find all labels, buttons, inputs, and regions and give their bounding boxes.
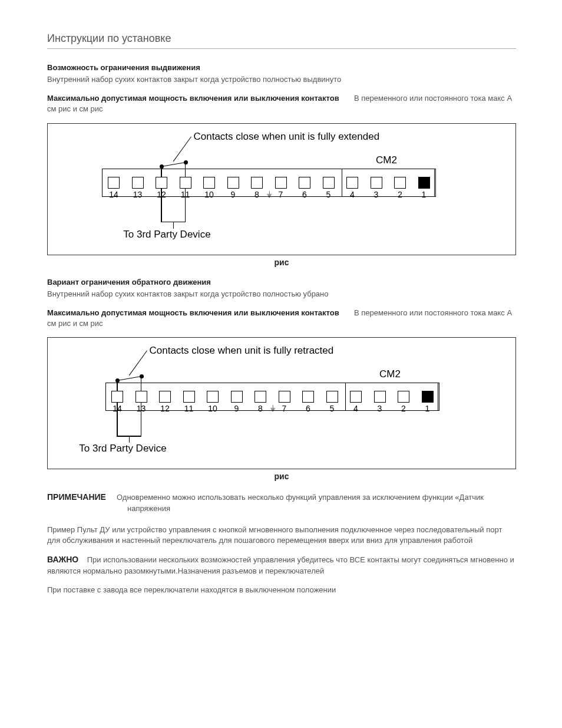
terminal-number: 13 bbox=[131, 190, 145, 199]
important-block: ВАЖНО При использовании нескольких возмо… bbox=[47, 554, 516, 577]
cm2-label: CM2 bbox=[379, 368, 401, 380]
terminal-box bbox=[275, 177, 287, 189]
leader-line bbox=[173, 136, 191, 162]
terminal-box bbox=[374, 391, 386, 403]
leader-stub bbox=[129, 436, 130, 443]
terminal-box bbox=[132, 177, 144, 189]
section2-rating-lead: Максимально допустимая мощность включени… bbox=[47, 308, 339, 317]
terminal-number: 8 bbox=[253, 404, 267, 413]
section2-rating: Максимально допустимая мощность включени… bbox=[47, 308, 516, 329]
bridge-wire bbox=[117, 376, 141, 381]
terminal-number: 7 bbox=[274, 190, 288, 199]
note-block: ПРИМЕЧАНИЕ Одновременно можно использова… bbox=[47, 492, 516, 514]
leader-line bbox=[141, 403, 141, 436]
contact-stub bbox=[117, 380, 117, 391]
terminal-number: 8 bbox=[250, 190, 264, 199]
figure-bottom-label: To 3rd Party Device bbox=[79, 443, 166, 454]
note-label: ПРИМЕЧАНИЕ bbox=[47, 492, 106, 502]
terminal-box bbox=[183, 391, 195, 403]
figure-1: CM21413121110987654321⏚Contacts close wh… bbox=[47, 123, 516, 255]
terminal-box bbox=[135, 391, 147, 403]
factory-text: При поставке с завода все переключатели … bbox=[47, 585, 516, 595]
figure-2: CM21413121110987654321⏚Contacts close wh… bbox=[47, 337, 516, 469]
terminal-number: 1 bbox=[421, 404, 435, 413]
terminal-box bbox=[279, 391, 290, 403]
cm2-label: CM2 bbox=[376, 154, 397, 166]
terminal-box bbox=[159, 391, 171, 403]
terminal-number: 14 bbox=[107, 190, 121, 199]
terminal-box bbox=[203, 177, 215, 189]
section1-rating: Максимально допустимая мощность включени… bbox=[47, 93, 516, 114]
important-text: При использовании нескольких возможносте… bbox=[47, 555, 514, 575]
terminal-box bbox=[227, 177, 239, 189]
bridge-wire bbox=[161, 162, 186, 167]
terminal-box bbox=[231, 391, 243, 403]
terminal-box bbox=[398, 391, 409, 403]
terminal-number: 9 bbox=[230, 404, 244, 413]
terminal-number: 4 bbox=[345, 190, 359, 199]
leader-line bbox=[117, 403, 117, 436]
figure-1-caption: рис bbox=[47, 258, 516, 267]
section1-rating-lead: Максимально допустимая мощность включени… bbox=[47, 94, 339, 103]
terminal-box bbox=[326, 391, 338, 403]
terminal-box bbox=[350, 391, 362, 403]
terminal-number: 3 bbox=[373, 404, 387, 413]
example-text: Пример Пульт ДУ или устройство управлени… bbox=[47, 525, 516, 546]
terminal-box bbox=[323, 177, 335, 189]
figure-top-label: Contacts close when unit is fully extend… bbox=[194, 131, 380, 143]
terminal-box bbox=[371, 177, 382, 189]
terminal-box bbox=[254, 391, 266, 403]
terminal-box bbox=[156, 177, 167, 189]
terminal-number: 3 bbox=[369, 190, 384, 199]
terminal-number: 12 bbox=[158, 404, 172, 413]
terminal-number: 9 bbox=[226, 190, 240, 199]
ground-icon: ⏚ bbox=[267, 189, 272, 198]
contact-stub bbox=[141, 376, 141, 391]
terminal-number: 6 bbox=[301, 404, 315, 413]
terminal-number: 1 bbox=[417, 190, 431, 199]
section1-heading: Возможность ограничения выдвижения bbox=[47, 63, 516, 72]
figure-2-caption: рис bbox=[47, 472, 516, 481]
figure-top-label: Contacts close when unit is fully retrac… bbox=[150, 345, 334, 357]
contact-stub bbox=[185, 162, 186, 177]
terminal-number: 5 bbox=[322, 190, 336, 199]
terminal-number: 2 bbox=[393, 190, 407, 199]
leader-line bbox=[128, 351, 147, 376]
terminal-box bbox=[394, 177, 406, 189]
terminal-number: 11 bbox=[182, 404, 196, 413]
terminal-box bbox=[422, 391, 434, 403]
terminal-number: 5 bbox=[325, 404, 339, 413]
terminal-number: 10 bbox=[206, 404, 220, 413]
terminal-number: 7 bbox=[277, 404, 292, 413]
figure-bottom-label: To 3rd Party Device bbox=[123, 229, 210, 241]
note-text: Одновременно можно использовать нескольк… bbox=[117, 493, 484, 513]
page: Инструкции по установке Возможность огра… bbox=[0, 0, 562, 728]
terminal-box bbox=[108, 177, 120, 189]
section1-desc: Внутренний набор сухих контактов закрыт … bbox=[47, 74, 516, 85]
leader-line bbox=[161, 189, 161, 222]
terminal-number: 10 bbox=[202, 190, 216, 199]
terminal-box bbox=[299, 177, 310, 189]
ground-icon: ⏚ bbox=[270, 403, 275, 412]
contact-stub bbox=[161, 166, 161, 177]
important-label: ВАЖНО bbox=[47, 555, 78, 564]
leader-stub bbox=[173, 222, 174, 229]
terminal-box bbox=[302, 391, 314, 403]
terminal-box bbox=[251, 177, 263, 189]
section2-heading: Вариант ограничения обратного движения bbox=[47, 278, 516, 286]
terminal-box bbox=[180, 177, 191, 189]
leader-line bbox=[185, 189, 186, 222]
terminal-box bbox=[111, 391, 123, 403]
terminal-box bbox=[418, 177, 430, 189]
terminal-number: 2 bbox=[396, 404, 411, 413]
terminal-number: 4 bbox=[349, 404, 363, 413]
section2-desc: Внутренний набор сухих контактов закрыт … bbox=[47, 289, 516, 299]
page-title: Инструкции по установке bbox=[47, 32, 516, 49]
terminal-box bbox=[346, 177, 358, 189]
terminal-number: 6 bbox=[297, 190, 312, 199]
terminal-box bbox=[207, 391, 219, 403]
